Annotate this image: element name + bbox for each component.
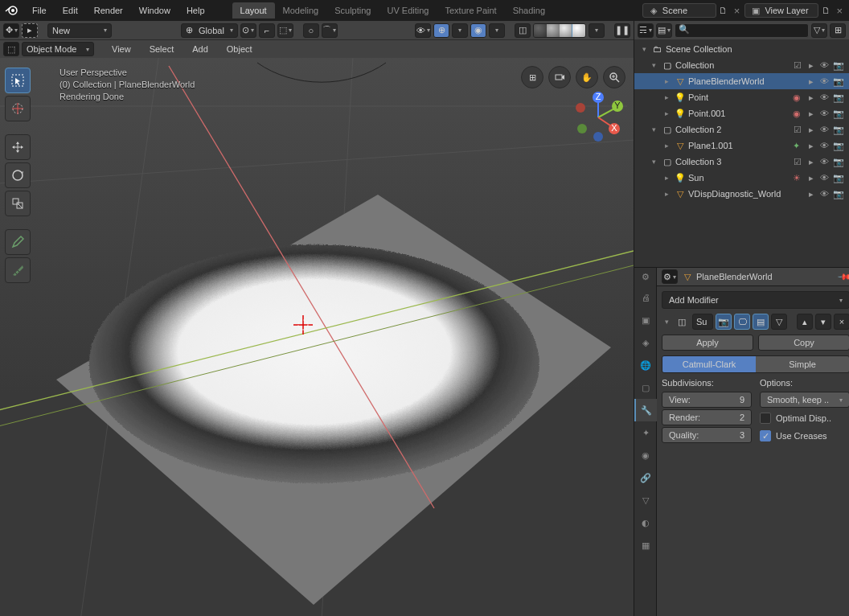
- move-up-icon[interactable]: ▴: [797, 314, 813, 330]
- exclude-icon[interactable]: ☑: [791, 124, 803, 136]
- sun-data-icon[interactable]: ☀: [790, 172, 802, 184]
- render-visibility-icon[interactable]: 📷: [716, 314, 732, 330]
- menu-view[interactable]: View: [104, 41, 139, 57]
- cursor-tool[interactable]: [5, 96, 31, 121]
- camera-icon[interactable]: 📷: [832, 76, 844, 88]
- menu-render[interactable]: Render: [86, 2, 131, 18]
- copy-button[interactable]: Copy: [758, 335, 849, 351]
- selectable-icon[interactable]: ▸: [805, 140, 817, 152]
- cage-icon[interactable]: ▽: [771, 314, 787, 330]
- viewport-visibility-icon[interactable]: 🖵: [734, 314, 750, 330]
- selectable-icon[interactable]: ▸: [805, 124, 817, 136]
- xray-icon[interactable]: ◫: [515, 23, 531, 38]
- close-viewlayer-icon[interactable]: ×: [833, 5, 846, 17]
- orientation-dropdown[interactable]: New▾: [47, 23, 112, 38]
- outliner-row-vdisp[interactable]: ▸▽ VDispDiagnostic_World ▸👁📷: [634, 186, 849, 202]
- overlay-toggle-icon[interactable]: ◉: [470, 23, 486, 38]
- modifier-name-input[interactable]: Su: [692, 314, 713, 330]
- outliner-row-collection[interactable]: ▾▢ Collection ☑▸👁📷: [634, 57, 849, 73]
- selectable-icon[interactable]: ▸: [805, 188, 817, 200]
- outliner-row-planeblenderworld[interactable]: ▸▽ PlaneBlenderWorld ▸👁📷: [634, 73, 849, 89]
- optimal-display-row[interactable]: Optimal Disp..: [760, 409, 849, 427]
- outliner-row-collection3[interactable]: ▾▢ Collection 3 ☑▸👁📷: [634, 154, 849, 170]
- selectable-icon[interactable]: ▸: [805, 172, 817, 184]
- pivot-icon[interactable]: ⊙▾: [240, 23, 256, 38]
- camera-icon[interactable]: 📷: [832, 60, 844, 72]
- overlay-dropdown-icon[interactable]: ▾: [489, 23, 505, 38]
- eye-icon[interactable]: 👁: [818, 140, 831, 152]
- menu-select[interactable]: Select: [142, 41, 183, 57]
- scale-tool[interactable]: [5, 191, 31, 216]
- outliner-filter-icon[interactable]: ▽▾: [811, 23, 827, 38]
- ptab-modifier[interactable]: 🔧: [634, 399, 657, 421]
- ptab-object[interactable]: ▢: [634, 376, 657, 399]
- rendered-shading-icon[interactable]: [572, 24, 585, 37]
- viewlayer-selector[interactable]: ▣ View Layer: [744, 3, 818, 18]
- pin-icon[interactable]: 📌: [836, 269, 849, 284]
- exclude-icon[interactable]: ☑: [791, 156, 803, 168]
- render-subdivisions-input[interactable]: Render:2: [662, 409, 752, 425]
- editmode-visibility-icon[interactable]: ▤: [753, 314, 769, 330]
- workspace-tab-sculpting[interactable]: Sculpting: [326, 2, 379, 18]
- gizmo-toggle-icon[interactable]: ⊕: [433, 23, 449, 38]
- collapse-toggle[interactable]: ▾: [662, 318, 671, 326]
- add-modifier-dropdown[interactable]: Add Modifier▾: [662, 291, 849, 309]
- camera-icon[interactable]: 📷: [832, 156, 844, 168]
- ptab-mesh[interactable]: ▽: [634, 489, 657, 511]
- ptab-physics[interactable]: ◉: [634, 444, 657, 466]
- move-tool[interactable]: [5, 134, 31, 160]
- outliner-row-collection2[interactable]: ▾▢ Collection 2 ☑▸👁📷: [634, 121, 849, 138]
- menu-object[interactable]: Object: [219, 41, 260, 57]
- outliner-row-scene-collection[interactable]: ▾🗀 Scene Collection: [634, 41, 849, 57]
- ptab-texture[interactable]: ▦: [634, 534, 657, 556]
- gizmo-dropdown-icon[interactable]: ▾: [452, 23, 468, 38]
- mode-icon[interactable]: ⬚: [3, 42, 19, 56]
- scene-selector[interactable]: ◈ Scene: [642, 3, 716, 18]
- camera-grid-icon[interactable]: ⊞: [521, 66, 543, 88]
- workspace-tab-layout[interactable]: Layout: [232, 2, 275, 18]
- eye-icon[interactable]: 👁: [818, 108, 831, 120]
- editor-type-icon[interactable]: ✥▾: [3, 23, 19, 38]
- menu-edit[interactable]: Edit: [55, 2, 86, 18]
- navigation-gizmo[interactable]: Z Y X: [572, 92, 624, 143]
- outliner-type-icon[interactable]: ☴▾: [638, 23, 654, 38]
- ptab-world[interactable]: 🌐: [634, 354, 657, 376]
- simple-toggle[interactable]: Simple: [756, 356, 849, 372]
- camera-icon[interactable]: 📷: [832, 188, 844, 200]
- outliner-display-icon[interactable]: ▤▾: [656, 23, 672, 38]
- workspace-tab-uvediting[interactable]: UV Editing: [379, 2, 437, 18]
- uv-smooth-dropdown[interactable]: Smooth, keep ..▾: [760, 392, 849, 408]
- eye-icon[interactable]: 👁: [818, 92, 831, 104]
- outliner-row-sun[interactable]: ▸💡 Sun ☀ ▸👁📷: [634, 170, 849, 186]
- 3d-viewport[interactable]: ✥▾ ▸ New▾ ⊕ Global ▾ ⊙▾ ⌐ ⬚▾ ○ ⌒▾ 👁▾ ⊕ ▾…: [0, 21, 634, 616]
- properties-type-icon[interactable]: ⚙▾: [662, 269, 678, 284]
- eye-icon[interactable]: 👁: [818, 124, 831, 136]
- ptab-viewlayer[interactable]: ▣: [634, 309, 657, 331]
- selectable-icon[interactable]: ▸: [805, 60, 817, 72]
- measure-tool[interactable]: [5, 257, 31, 283]
- camera-icon[interactable]: 📷: [832, 172, 844, 184]
- outliner-row-plane1[interactable]: ▸▽ Plane1.001 ✦ ▸👁📷: [634, 138, 849, 154]
- transform-orientation[interactable]: ⊕ Global ▾: [181, 23, 238, 38]
- use-creases-row[interactable]: ✓Use Creases: [760, 427, 849, 445]
- catmull-clark-toggle[interactable]: Catmull-Clark: [662, 356, 756, 372]
- snap-icon[interactable]: ⌐: [259, 23, 275, 38]
- ptab-particles[interactable]: ✦: [634, 421, 657, 444]
- ptab-constraints[interactable]: 🔗: [634, 466, 657, 489]
- menu-window[interactable]: Window: [131, 2, 178, 18]
- optimal-display-checkbox[interactable]: [760, 413, 771, 424]
- outliner-row-point001[interactable]: ▸💡 Point.001 ◉ ▸👁📷: [634, 105, 849, 121]
- ptab-scene[interactable]: ◈: [634, 331, 657, 354]
- ptab-output[interactable]: 🖨: [634, 286, 657, 309]
- delete-modifier-icon[interactable]: ×: [834, 314, 849, 330]
- selectable-icon[interactable]: ▸: [805, 76, 817, 88]
- selectable-icon[interactable]: ▸: [805, 92, 817, 104]
- ptab-material[interactable]: ◐: [634, 511, 657, 534]
- visibility-dropdown-icon[interactable]: 👁▾: [415, 23, 431, 38]
- menu-file[interactable]: File: [24, 2, 55, 18]
- selectable-icon[interactable]: ▸: [805, 156, 817, 168]
- outliner-row-point[interactable]: ▸💡 Point ◉ ▸👁📷: [634, 89, 849, 105]
- select-box-tool[interactable]: [5, 68, 31, 93]
- zoom-icon[interactable]: [603, 66, 625, 88]
- new-viewlayer-icon[interactable]: 🗋: [820, 5, 831, 16]
